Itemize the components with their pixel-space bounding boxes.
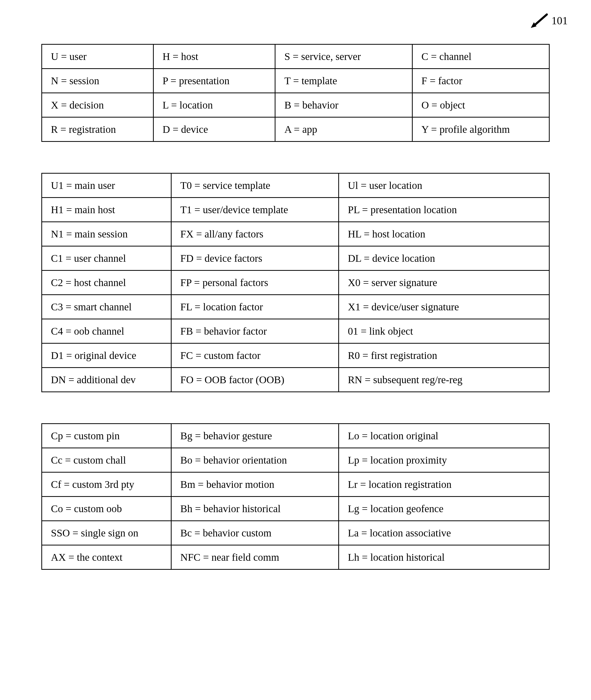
table-cell: 01 = link object <box>338 319 549 343</box>
table-cell: P = presentation <box>153 69 275 93</box>
table-cell: S = service, server <box>275 45 412 69</box>
table-cell: L = location <box>153 93 275 117</box>
table-cell: R = registration <box>42 117 153 142</box>
table-cell: Co = custom oob <box>42 497 171 521</box>
legend-table-2-body: U1 = main user T0 = service template Ul … <box>42 173 549 392</box>
table-cell: FD = device factors <box>171 246 338 271</box>
legend-table-1-body: U = user H = host S = service, server C … <box>42 45 549 142</box>
table-cell: FC = custom factor <box>171 343 338 368</box>
table-cell: C1 = user channel <box>42 246 171 271</box>
table-cell: C2 = host channel <box>42 271 171 295</box>
table-cell: Bg = behavior gesture <box>171 424 338 448</box>
table-row: SSO = single sign on Bc = behavior custo… <box>42 521 549 545</box>
table-cell: Bh = behavior historical <box>171 497 338 521</box>
table-cell: La = location associative <box>338 521 549 545</box>
table-row: Co = custom oob Bh = behavior historical… <box>42 497 549 521</box>
table-cell: FP = personal factors <box>171 271 338 295</box>
table-cell: O = object <box>412 93 549 117</box>
table-row: Cp = custom pin Bg = behavior gesture Lo… <box>42 424 549 448</box>
table-cell: N = session <box>42 69 153 93</box>
table-row: D1 = original device FC = custom factor … <box>42 343 549 368</box>
legend-table-1: U = user H = host S = service, server C … <box>41 44 550 142</box>
table-row: U1 = main user T0 = service template Ul … <box>42 173 549 198</box>
table-row: AX = the context NFC = near field comm L… <box>42 545 549 569</box>
table-row: C1 = user channel FD = device factors DL… <box>42 246 549 271</box>
table-cell: FO = OOB factor (OOB) <box>171 368 338 392</box>
table-cell: FL = location factor <box>171 295 338 319</box>
table-row: Cc = custom chall Bo = behavior orientat… <box>42 448 549 472</box>
table-cell: A = app <box>275 117 412 142</box>
table-cell: AX = the context <box>42 545 171 569</box>
table-cell: C = channel <box>412 45 549 69</box>
legend-table-3-body: Cp = custom pin Bg = behavior gesture Lo… <box>42 424 549 569</box>
table-cell: Y = profile algorithm <box>412 117 549 142</box>
table-cell: R0 = first registration <box>338 343 549 368</box>
table-cell: C4 = oob channel <box>42 319 171 343</box>
table-cell: X = decision <box>42 93 153 117</box>
table-cell: Lp = location proximity <box>338 448 549 472</box>
table-cell: U1 = main user <box>42 173 171 198</box>
reference-number-callout: 101 <box>529 13 568 28</box>
table-row: N1 = main session FX = all/any factors H… <box>42 222 549 246</box>
table-cell: FB = behavior factor <box>171 319 338 343</box>
table-row: R = registration D = device A = app Y = … <box>42 117 549 142</box>
table-row: U = user H = host S = service, server C … <box>42 45 549 69</box>
table-cell: X1 = device/user signature <box>338 295 549 319</box>
table-cell: T = template <box>275 69 412 93</box>
table-cell: Lh = location historical <box>338 545 549 569</box>
table-cell: F = factor <box>412 69 549 93</box>
table-cell: U = user <box>42 45 153 69</box>
table-cell: FX = all/any factors <box>171 222 338 246</box>
table-cell: Cc = custom chall <box>42 448 171 472</box>
table-cell: Ul = user location <box>338 173 549 198</box>
table-cell: SSO = single sign on <box>42 521 171 545</box>
table-cell: Cf = custom 3rd pty <box>42 472 171 497</box>
table-cell: H1 = main host <box>42 198 171 222</box>
table-row: C3 = smart channel FL = location factor … <box>42 295 549 319</box>
table-cell: X0 = server signature <box>338 271 549 295</box>
table-cell: DL = device location <box>338 246 549 271</box>
table-row: C2 = host channel FP = personal factors … <box>42 271 549 295</box>
table-cell: Cp = custom pin <box>42 424 171 448</box>
table-cell: RN = subsequent reg/re-reg <box>338 368 549 392</box>
svg-line-0 <box>534 14 547 25</box>
arrow-icon <box>529 13 549 28</box>
table-cell: Lg = location geofence <box>338 497 549 521</box>
table-cell: Lo = location original <box>338 424 549 448</box>
table-row: Cf = custom 3rd pty Bm = behavior motion… <box>42 472 549 497</box>
table-cell: Bm = behavior motion <box>171 472 338 497</box>
table-cell: T1 = user/device template <box>171 198 338 222</box>
table-cell: DN = additional dev <box>42 368 171 392</box>
table-row: H1 = main host T1 = user/device template… <box>42 198 549 222</box>
table-row: X = decision L = location B = behavior O… <box>42 93 549 117</box>
table-row: DN = additional dev FO = OOB factor (OOB… <box>42 368 549 392</box>
table-row: N = session P = presentation T = templat… <box>42 69 549 93</box>
table-cell: D = device <box>153 117 275 142</box>
table-cell: HL = host location <box>338 222 549 246</box>
table-cell: Lr = location registration <box>338 472 549 497</box>
table-cell: B = behavior <box>275 93 412 117</box>
table-cell: PL = presentation location <box>338 198 549 222</box>
table-cell: Bo = behavior orientation <box>171 448 338 472</box>
reference-number: 101 <box>551 14 568 27</box>
table-cell: H = host <box>153 45 275 69</box>
table-cell: D1 = original device <box>42 343 171 368</box>
table-cell: NFC = near field comm <box>171 545 338 569</box>
table-cell: N1 = main session <box>42 222 171 246</box>
legend-table-3: Cp = custom pin Bg = behavior gesture Lo… <box>41 423 550 570</box>
table-cell: C3 = smart channel <box>42 295 171 319</box>
table-cell: Bc = behavior custom <box>171 521 338 545</box>
legend-table-2: U1 = main user T0 = service template Ul … <box>41 173 550 392</box>
table-row: C4 = oob channel FB = behavior factor 01… <box>42 319 549 343</box>
table-cell: T0 = service template <box>171 173 338 198</box>
